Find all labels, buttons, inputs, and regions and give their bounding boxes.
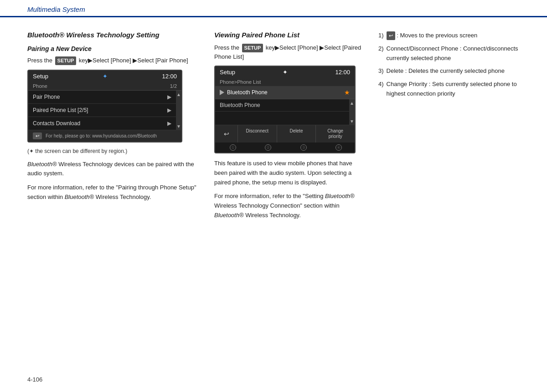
brand-mid: Bluetooth® [325,193,355,199]
change-priority-label: Changepriority [327,128,343,139]
phone-list-title: Setup [220,69,235,76]
menu-items-left: Pair Phone ▶ Paired Phone List [2/5] ▶ C… [28,91,176,130]
list-num-1: 1) [378,31,384,41]
circle-1: ① [230,144,236,151]
screen-mockup-mid: Setup ✦ 12:00 Phone>Phone List Bluetooth… [214,66,356,153]
numbered-list: 1) ↩ : Moves to the previous screen 2) C… [378,31,520,99]
page-footer: 4-106 [27,376,42,383]
ctrl-label-2: ② [251,143,286,152]
circle-2: ② [265,144,271,151]
controls-labels: ① ② ③ ④ [215,143,356,153]
brand-2: Bluetooth® [65,193,94,200]
back-btn-left[interactable]: ↩ [33,132,42,139]
list-item-1: 1) ↩ : Moves to the previous screen [378,31,520,41]
note-left: (✦ the screen can be different by region… [27,148,201,154]
screen-page-left: 1/2 [170,83,177,89]
header-title: Multimedia System [27,5,520,16]
body2-left: For more information, refer to the "Pair… [27,183,201,202]
screen-header-left: Setup ✦ 12:00 [28,71,181,82]
instruction-rest: key▶Select [Phone] ▶Select [Pair Phone] [79,57,188,64]
body2-mid: For more information, refer to the "Sett… [214,192,365,220]
list-num-2: 2) [378,44,384,63]
circle-4: ④ [335,144,342,151]
brand-1: Bluetooth® [27,161,57,168]
screen-menu-left: Pair Phone ▶ Paired Phone List [2/5] ▶ C… [28,91,181,130]
section-title-left: Bluetooth® Wireless Technology Setting [27,31,201,39]
menu-label-2: Paired Phone List [2/5] [33,107,88,113]
arrow-3: ▶ [167,120,171,127]
phone-list-header: Setup ✦ 12:00 [215,66,355,78]
list-num-4: 4) [378,80,384,99]
main-content: Bluetooth® Wireless Technology Setting P… [0,17,547,239]
bluetooth-icon-mid: ✦ [283,69,288,76]
play-icon [220,90,224,95]
arrow-1: ▶ [167,94,171,100]
screen-mockup-left: Setup ✦ 12:00 Phone 1/2 Pair Phone ▶ Pai… [27,70,182,143]
scroll-up-mid[interactable]: ▲ [348,99,356,107]
right-column: 1) ↩ : Moves to the previous screen 2) C… [378,31,520,225]
star-icon: ★ [344,89,350,96]
footer-text-left: For help, please go to: www.hyundaiusa.c… [46,133,157,138]
phone-list-item-left: Bluetooth Phone [220,89,268,96]
scroll-down-mid[interactable]: ▼ [348,117,356,125]
back-btn-inline: ↩ [387,31,395,41]
screen-title-left: Setup [33,73,48,80]
disconnect-label: Disconnect [246,128,268,133]
subsection-pair: Pairing a New Device [27,45,201,52]
body1-left: Bluetooth® Wireless Technology devices c… [27,160,201,179]
menu-label-3: Contacts Download [33,120,80,127]
scroll-down-left[interactable]: ▼ [175,122,182,130]
phone-list-item-empty [215,112,349,125]
back-arrow-icon: ↩ [224,130,229,137]
control-change-priority[interactable]: Changepriority [316,125,355,143]
list-item-4: 4) Change Priority : Sets currently sele… [378,80,520,99]
body1-mid: This feature is used to view mobile phon… [214,159,365,187]
setup-badge-left: SETUP [55,56,77,65]
circle-3: ③ [300,144,307,151]
arrow-2: ▶ [167,107,171,113]
menu-item-1[interactable]: Pair Phone ▶ [28,91,176,104]
active-phone-name: Bluetooth Phone [227,89,268,96]
control-delete[interactable]: Delete [277,125,316,143]
page-header: Multimedia System [0,0,547,17]
bluetooth-icon: ✦ [103,73,108,80]
screen-sub-left: Phone [33,83,47,89]
instruction-mid: Press the SETUP key▶Select [Phone] ▶Sele… [214,43,365,61]
phone-list-active[interactable]: Bluetooth Phone ★ [215,86,355,99]
list-content-4: Change Priority : Sets currently selecte… [387,80,520,99]
mid-column: Viewing Paired Phone List Press the SETU… [214,31,365,225]
phone-list-time: 12:00 [335,69,350,76]
list-content-1: ↩ : Moves to the previous screen [387,31,478,41]
ctrl-label-4: ④ [321,143,356,152]
setup-badge-mid: SETUP [242,44,263,52]
delete-label: Delete [290,128,303,133]
scroll-bar-mid[interactable]: ▲ ▼ [349,99,355,125]
ctrl-label-1: ① [215,143,251,152]
menu-label-1: Pair Phone [33,94,60,100]
list-content-3: Delete : Deletes the currently selected … [387,66,505,76]
list-item-2: 2) Connect/Disconnect Phone : Connect/di… [378,44,520,63]
control-back[interactable]: ↩ [215,125,238,143]
press-text-mid: Press the [214,44,239,51]
menu-item-2[interactable]: Paired Phone List [2/5] ▶ [28,104,176,117]
control-disconnect[interactable]: Disconnect [238,125,277,143]
press-text: Press the [27,57,52,64]
scroll-bar-left[interactable]: ▲ ▼ [176,91,181,130]
list-item-3: 3) Delete : Deletes the currently select… [378,66,520,76]
list-num-3: 3) [378,66,384,76]
scroll-up-left[interactable]: ▲ [175,91,182,98]
screen-time-left: 12:00 [162,73,177,80]
phone-list-sub: Phone>Phone List [215,78,355,86]
menu-item-3[interactable]: Contacts Download ▶ [28,117,176,130]
instruction-pair: Press the SETUP key▶Select [Phone] ▶Sele… [27,56,201,65]
phone-list-controls: ↩ Disconnect Delete Changepriority [215,125,355,143]
page-number: 4-106 [27,376,42,383]
screen-footer-left: ↩ For help, please go to: www.hyundaiusa… [28,130,181,142]
brand-mid2: Bluetooth® [214,212,244,219]
inactive-phone-name: Bluetooth Phone [220,102,260,108]
phone-list-items: Bluetooth Phone [215,99,349,125]
phone-list-item-inactive[interactable]: Bluetooth Phone [215,99,349,112]
section-title-mid: Viewing Paired Phone List [214,31,365,39]
list-content-2: Connect/Disconnect Phone : Connect/disco… [387,44,520,63]
ctrl-label-3: ③ [286,143,321,152]
